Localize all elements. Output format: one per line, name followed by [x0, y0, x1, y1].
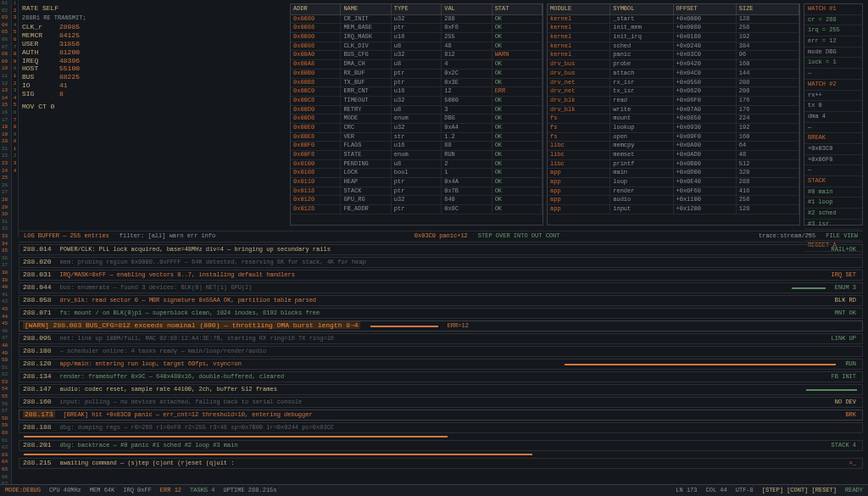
log-row[interactable]: 288.120app/main: entering run loop, targ…	[19, 359, 863, 370]
table-header-cell[interactable]: STAT	[492, 4, 542, 14]
table-row[interactable]: 0x00B0RX_BUFptr0x2COK	[291, 70, 542, 79]
table-header-cell[interactable]: SYMBOL	[610, 4, 673, 14]
table-row[interactable]: fsmount+0x0850224	[548, 114, 799, 124]
memory-table[interactable]: ADDRNAMETYPEVALSTAT 0x0080CR_INITu32288O…	[290, 3, 543, 226]
log-row[interactable]: 288.134render: framebuffer 0x9C — 640x48…	[19, 371, 863, 382]
table-row[interactable]: 0x0108LOCKbool1OK	[291, 169, 542, 178]
log-row[interactable]: 288.014POWER/CLK: PLL lock acquired, bas…	[19, 244, 863, 255]
log-row[interactable]: 288.147audio: codec reset, sample rate 4…	[19, 384, 863, 395]
table-row[interactable]: apploop+0x0E40288	[548, 178, 799, 187]
table-header-cell[interactable]: OFFSET	[674, 4, 737, 14]
log-row[interactable]: 288.173[BREAK] hit +0x03C0 panic — err_c…	[19, 410, 863, 421]
table-row[interactable]: 0x0118STACKptr0x7BOK	[291, 187, 542, 197]
table-row[interactable]: 0x0098CLK_DIVu848OK	[291, 42, 542, 52]
table-row[interactable]: drv_blkread+0x06F0176	[548, 97, 799, 106]
table-row[interactable]: 0x00C8TIMEOUTu325000OK	[291, 97, 542, 106]
table-row[interactable]: drv_nettx_isr+0x0620208	[548, 87, 799, 97]
watch-item[interactable]: cr = 288	[804, 15, 862, 26]
watch-item[interactable]: lock = 1	[804, 58, 862, 69]
step-controls[interactable]: STEP OVER INTO OUT CONT	[478, 233, 560, 240]
table-row[interactable]: fslookup+0x0930192	[548, 124, 799, 133]
table-row[interactable]: fsopen+0x09F0160	[548, 133, 799, 142]
table-row[interactable]: 0x0088MEM_BASEptr0xF8OK	[291, 24, 542, 33]
log-row[interactable]: 288.215awaiting command — (s)tep (c)ont …	[19, 458, 863, 469]
log-row[interactable]	[19, 453, 863, 456]
log-row[interactable]: 288.031IRQ/MASK=0xFF — enabling vectors …	[19, 270, 863, 281]
watch-item[interactable]: #3 isr	[804, 220, 862, 231]
watch-item[interactable]: STACK	[804, 176, 862, 187]
table-row[interactable]: 0x0090IRQ_MASKu16255OK	[291, 33, 542, 42]
view-mode[interactable]: FILE VIEW	[826, 233, 858, 240]
watch-item[interactable]: irq = 255	[804, 25, 862, 36]
table-header-cell[interactable]: TYPE	[392, 4, 442, 14]
table-row[interactable]: 0x0120GPU_RGu32640OK	[291, 196, 542, 205]
watch-item[interactable]: err = 12	[804, 36, 862, 47]
log-row[interactable]: 288.095net: link up 100M/full, MAC 02:88…	[19, 333, 863, 344]
table-row[interactable]: 0x0128FB_ADDRptr0x9COK	[291, 205, 542, 215]
table-row[interactable]: drv_busprobe+0x0420160	[548, 60, 799, 70]
watch-item[interactable]: #2 sched	[804, 209, 862, 220]
watch-item[interactable]: +0x06F0	[804, 155, 862, 166]
watch-panel[interactable]: WATCH #1cr = 288irq = 255err = 12mode DB…	[804, 3, 863, 226]
table-row[interactable]: libcmemset+0x0AD048	[548, 151, 799, 160]
table-header-cell[interactable]: ADDR	[291, 4, 341, 14]
watch-item[interactable]: —	[804, 165, 862, 176]
footer-controls[interactable]: [STEP] [CONT] [RESET]	[762, 488, 837, 494]
table-header-cell[interactable]: SIZE	[737, 4, 799, 14]
log-row[interactable]: 288.044bus: enumerate — found 3 devices:…	[19, 282, 863, 293]
watch-item[interactable]: —	[804, 69, 862, 80]
watch-item[interactable]: tx 0	[804, 101, 862, 112]
table-row[interactable]: apprender+0x0F60416	[548, 187, 799, 197]
table-row[interactable]: 0x00F0FLAGSu1688OK	[291, 142, 542, 151]
table-row[interactable]: kernelpanic+0x03C096	[548, 51, 799, 60]
watch-item[interactable]: BREAK	[804, 133, 862, 144]
table-row[interactable]: 0x00B8TX_BUFptr0x3EOK	[291, 79, 542, 88]
watch-item[interactable]: —	[804, 123, 862, 134]
table-row[interactable]: 0x00C0ERR_CNTu1612ERR	[291, 87, 542, 97]
table-row[interactable]: drv_busattach+0x04C0144	[548, 70, 799, 79]
watch-item[interactable]: dma 4	[804, 112, 862, 123]
table-row[interactable]: libcprintf+0x0B00512	[548, 160, 799, 170]
log-buffer[interactable]: 288.014POWER/CLK: PLL lock acquired, bas…	[19, 244, 863, 482]
log-filter[interactable]: filter: [all] warn err info	[120, 233, 215, 240]
table-header-cell[interactable]: VAL	[442, 4, 492, 14]
log-row[interactable]: 288.058drv_blk: read sector 0 — MBR sign…	[19, 295, 863, 306]
table-row[interactable]: appinput+0x1200128	[548, 205, 799, 215]
symbol-table[interactable]: MODULESYMBOLOFFSETSIZE kernel_start+0x00…	[547, 3, 800, 226]
table-header-cell[interactable]: NAME	[341, 4, 391, 14]
watch-item[interactable]: mode DBG	[804, 47, 862, 59]
watch-item[interactable]: rx++	[804, 91, 862, 102]
table-header-cell[interactable]: MODULE	[548, 4, 610, 14]
table-row[interactable]: 0x00D0RETRYu83OK	[291, 106, 542, 115]
watch-item[interactable]: WATCH #1	[804, 4, 862, 15]
table-row[interactable]: kernel_start+0x0000128	[548, 15, 799, 25]
table-row[interactable]: 0x00E0CRCu320xA4OK	[291, 124, 542, 133]
table-row[interactable]: 0x00A8DMA_CHu84OK	[291, 60, 542, 70]
table-row[interactable]: 0x00E8VERstr1.2OK	[291, 133, 542, 142]
table-row[interactable]: 0x0080CR_INITu32288OK	[291, 15, 542, 25]
table-row[interactable]: appmain+0x0D00320	[548, 169, 799, 178]
table-row[interactable]: 0x0100PENDINGu82OK	[291, 160, 542, 170]
log-row[interactable]: 288.188dbg: dumping regs — r0=288 r1=0xF…	[19, 422, 863, 433]
log-row[interactable]: 288.160input: polling — no devices attac…	[19, 397, 863, 408]
log-row[interactable]: 288.020mem: probing region 0x0000..0xFFF…	[19, 257, 863, 268]
table-row[interactable]: appaudio+0x1100256	[548, 196, 799, 205]
table-row[interactable]: kernelinit_mem+0x0080256	[548, 24, 799, 33]
watch-item[interactable]: +0x03C0	[804, 144, 862, 155]
table-row[interactable]: kernelinit_irq+0x0180192	[548, 33, 799, 42]
table-row[interactable]: 0x0110HEAPptr0x4AOK	[291, 178, 542, 187]
table-row[interactable]: 0x00D8MODEenumDBGOK	[291, 114, 542, 124]
table-row[interactable]: drv_blkwrite+0x07A0176	[548, 106, 799, 115]
table-row[interactable]: libcmemcpy+0x0A9064	[548, 142, 799, 151]
table-row[interactable]: drv_netrx_isr+0x0550208	[548, 79, 799, 88]
log-row[interactable]: [WARN] 288.083 BUS_CFG=812 exceeds nomin…	[19, 320, 863, 332]
log-row[interactable]: 288.071fs: mount / on BLK(0)p1 — superbl…	[19, 308, 863, 319]
table-row[interactable]: 0x00A0BUS_CFGu32812WARN	[291, 51, 542, 60]
watch-item[interactable]: #1 loop	[804, 198, 862, 209]
table-row[interactable]: 0x00F8STATEenumRUNOK	[291, 151, 542, 160]
table-row[interactable]: kernelsched+0x0240384	[548, 42, 799, 52]
watch-item[interactable]: WATCH #2	[804, 80, 862, 91]
log-row[interactable]: 288.108— scheduler online: 4 tasks ready…	[19, 346, 863, 357]
log-row[interactable]: 288.201dbg: backtrace — #0 panic #1 sche…	[19, 440, 863, 451]
log-row[interactable]	[19, 435, 863, 438]
